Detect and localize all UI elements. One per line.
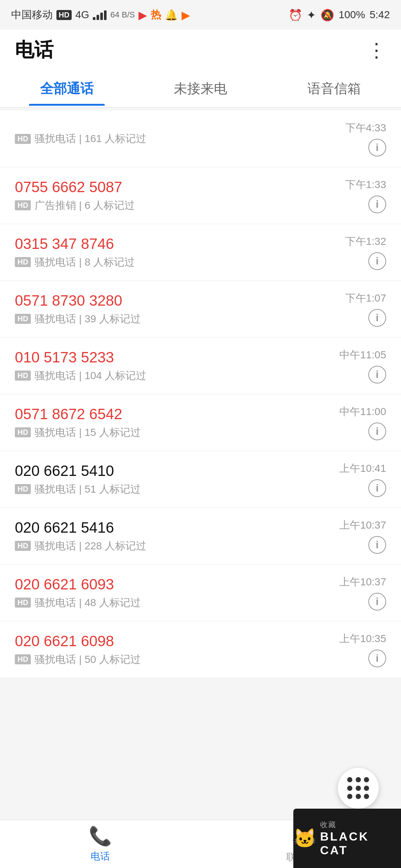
call-number: 010 5173 5233 — [15, 349, 339, 366]
hd-tag: HD — [15, 134, 31, 144]
call-number: 0315 347 8746 — [15, 236, 345, 252]
mute-icon: 🔕 — [320, 9, 334, 22]
call-number: 020 6621 5410 — [15, 463, 339, 479]
call-info: 020 6621 5410 HD 骚扰电话 | 51 人标记过 — [15, 463, 339, 496]
watermark: 🐱 收藏 BLACK CAT — [293, 809, 401, 868]
call-label: 广告推销 | 6 人标记过 — [35, 198, 135, 213]
bluetooth-icon: ✦ — [307, 9, 316, 22]
call-item[interactable]: 020 6621 6098 HD 骚扰电话 | 50 人标记过 上午10:35 … — [0, 621, 401, 678]
notification-icon: 🔔 — [165, 9, 178, 21]
call-label: 骚扰电话 | 51 人标记过 — [35, 482, 141, 496]
call-item[interactable]: 0755 6662 5087 HD 广告推销 | 6 人标记过 下午1:33 i — [0, 167, 401, 224]
call-info: 0571 8672 6542 HD 骚扰电话 | 15 人标记过 — [15, 406, 339, 440]
alarm-icon: ⏰ — [288, 9, 302, 22]
call-info-icon[interactable]: i — [368, 593, 386, 611]
tab-missed-calls[interactable]: 未接来电 — [163, 72, 238, 105]
call-item[interactable]: 010 5173 5233 HD 骚扰电话 | 104 人标记过 中午11:05… — [0, 338, 401, 394]
call-time-info: 上午10:37 i — [339, 575, 386, 611]
more-options-icon[interactable]: ⋮ — [367, 39, 386, 61]
call-label-row: HD 骚扰电话 | 104 人标记过 — [15, 369, 339, 383]
call-time: 上午10:41 — [339, 461, 386, 476]
call-time-info: 下午1:32 i — [345, 234, 387, 270]
dialpad-dots-icon — [347, 777, 369, 799]
call-info-icon[interactable]: i — [368, 252, 386, 270]
play-icon: ▶ — [182, 9, 190, 22]
call-time: 下午1:07 — [345, 291, 387, 305]
data-speed: 64 B/S — [110, 10, 135, 20]
call-label-row: HD 广告推销 | 6 人标记过 — [15, 198, 345, 213]
call-info-icon[interactable]: i — [368, 423, 386, 440]
call-item[interactable]: 0571 8730 3280 HD 骚扰电话 | 39 人标记过 下午1:07 … — [0, 281, 401, 338]
call-info: 020 6621 6093 HD 骚扰电话 | 48 人标记过 — [15, 576, 339, 610]
call-item[interactable]: HD 骚扰电话 | 161 人标记过 下午4:33 i — [0, 111, 401, 167]
call-info-icon[interactable]: i — [368, 195, 386, 213]
call-time-info: 下午1:07 i — [345, 291, 387, 327]
call-label: 骚扰电话 | 104 人标记过 — [35, 369, 146, 383]
phone-nav-icon: 📞 — [89, 825, 112, 847]
call-label: 骚扰电话 | 50 人标记过 — [35, 652, 141, 667]
time-label: 5:42 — [370, 9, 390, 21]
call-time-info: 下午1:33 i — [345, 178, 387, 213]
call-list: HD 骚扰电话 | 161 人标记过 下午4:33 i 0755 6662 50… — [0, 111, 401, 678]
hd-tag: HD — [15, 427, 31, 437]
call-item[interactable]: 020 6621 5416 HD 骚扰电话 | 228 人标记过 上午10:37… — [0, 508, 401, 565]
call-label-row: HD 骚扰电话 | 161 人标记过 — [15, 132, 345, 146]
status-left: 中国移动 HD 4G 64 B/S ▶ 热 🔔 ▶ — [11, 8, 190, 22]
call-item[interactable]: 0315 347 8746 HD 骚扰电话 | 8 人标记过 下午1:32 i — [0, 224, 401, 281]
call-info: 0315 347 8746 HD 骚扰电话 | 8 人标记过 — [15, 236, 345, 269]
status-right: ⏰ ✦ 🔕 100% 5:42 — [288, 9, 390, 22]
call-time: 上午10:37 — [339, 518, 386, 532]
call-time: 中午11:00 — [339, 405, 386, 419]
hd-tag: HD — [15, 257, 31, 267]
hot-icon: 热 — [151, 8, 161, 22]
call-item[interactable]: 020 6621 6093 HD 骚扰电话 | 48 人标记过 上午10:37 … — [0, 565, 401, 621]
call-time-info: 下午4:33 i — [345, 121, 387, 157]
call-label: 骚扰电话 | 8 人标记过 — [35, 255, 135, 269]
call-number: 0755 6662 5087 — [15, 179, 345, 195]
nav-label-phone: 电话 — [91, 850, 110, 863]
signal-bar-1 — [93, 17, 95, 20]
call-time: 上午10:35 — [339, 632, 386, 646]
call-info-icon[interactable]: i — [368, 139, 386, 157]
call-info-icon[interactable]: i — [368, 366, 386, 384]
signal-bar-3 — [100, 13, 103, 20]
call-item[interactable]: 020 6621 5410 HD 骚扰电话 | 51 人标记过 上午10:41 … — [0, 451, 401, 508]
watermark-text: BLACK CAT — [320, 830, 401, 857]
call-info: HD 骚扰电话 | 161 人标记过 — [15, 132, 345, 146]
hd-tag: HD — [15, 314, 31, 324]
hd-tag: HD — [15, 541, 31, 551]
call-time-info: 上午10:41 i — [339, 461, 386, 497]
call-info-icon[interactable]: i — [368, 650, 386, 667]
call-info-icon[interactable]: i — [368, 309, 386, 327]
battery-label: 100% — [339, 9, 365, 21]
tab-all-calls[interactable]: 全部通话 — [29, 72, 105, 105]
call-label: 骚扰电话 | 39 人标记过 — [35, 312, 141, 326]
tab-voicemail[interactable]: 语音信箱 — [296, 72, 372, 105]
app-bar: 电话 ⋮ — [0, 30, 401, 70]
signal-bars — [93, 10, 107, 20]
tabs-bar: 全部通话 未接来电 语音信箱 — [0, 70, 401, 108]
call-info-icon[interactable]: i — [368, 479, 386, 497]
call-label-row: HD 骚扰电话 | 15 人标记过 — [15, 425, 339, 440]
call-label-row: HD 骚扰电话 | 8 人标记过 — [15, 255, 345, 269]
signal-bar-2 — [97, 15, 99, 20]
call-label: 骚扰电话 | 48 人标记过 — [35, 596, 141, 610]
call-time-info: 中午11:05 i — [339, 348, 386, 384]
call-info: 0571 8730 3280 HD 骚扰电话 | 39 人标记过 — [15, 292, 345, 326]
cat-icon: 🐱 — [293, 828, 316, 849]
call-info-icon[interactable]: i — [368, 536, 386, 554]
call-item[interactable]: 0571 8672 6542 HD 骚扰电话 | 15 人标记过 中午11:00… — [0, 394, 401, 451]
call-number: 020 6621 6093 — [15, 576, 339, 593]
call-time: 中午11:05 — [339, 348, 386, 362]
call-label-row: HD 骚扰电话 | 51 人标记过 — [15, 482, 339, 496]
hd-badge: HD — [56, 10, 72, 20]
carrier-label: 中国移动 — [11, 8, 53, 22]
call-label: 骚扰电话 | 161 人标记过 — [35, 132, 146, 146]
youtube-icon: ▶ — [138, 9, 147, 22]
call-label-row: HD 骚扰电话 | 50 人标记过 — [15, 652, 339, 667]
call-time-info: 上午10:37 i — [339, 518, 386, 554]
hd-tag: HD — [15, 200, 31, 210]
nav-item-phone[interactable]: 📞 电话 — [0, 825, 200, 863]
call-info: 020 6621 6098 HD 骚扰电话 | 50 人标记过 — [15, 633, 339, 667]
dialpad-fab[interactable] — [338, 768, 379, 809]
